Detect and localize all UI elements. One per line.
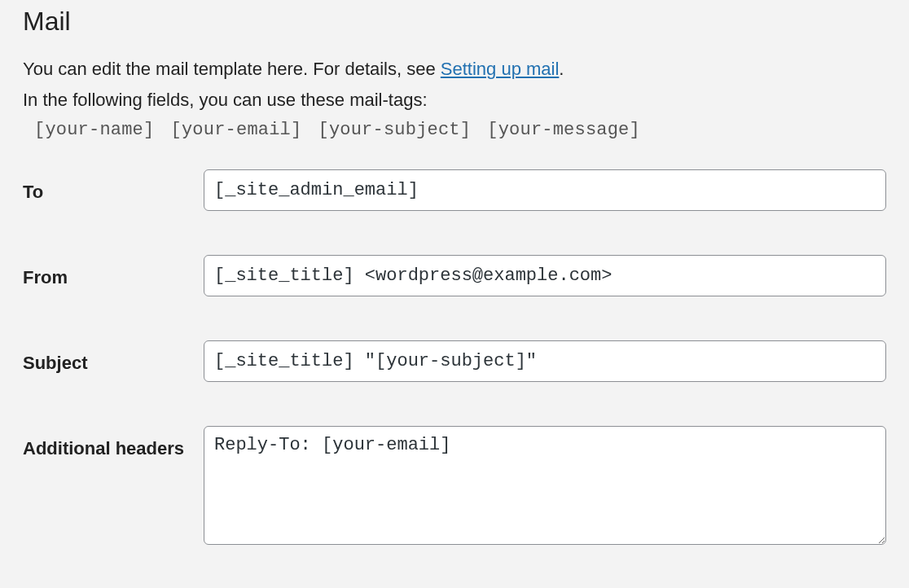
subject-label: Subject xyxy=(23,353,87,373)
intro-text-after: . xyxy=(559,59,564,79)
to-row: To xyxy=(23,169,886,211)
additional-headers-label-cell: Additional headers xyxy=(23,426,204,463)
to-input[interactable] xyxy=(204,169,886,211)
mail-tag: [your-message] xyxy=(487,120,640,140)
to-input-cell xyxy=(204,169,886,211)
from-label-cell: From xyxy=(23,255,204,292)
setup-mail-link[interactable]: Setting up mail xyxy=(441,59,560,79)
section-title: Mail xyxy=(23,7,886,37)
additional-headers-textarea[interactable] xyxy=(204,426,886,545)
subject-row: Subject xyxy=(23,340,886,382)
mail-tag: [your-email] xyxy=(171,120,302,140)
from-row: From xyxy=(23,255,886,296)
subject-input-cell xyxy=(204,340,886,382)
mail-form-table: To From Subject Additional heade xyxy=(23,169,886,550)
intro-text-before: You can edit the mail template here. For… xyxy=(23,59,441,79)
intro-line-1: You can edit the mail template here. For… xyxy=(23,56,886,82)
from-input[interactable] xyxy=(204,255,886,296)
mail-tags-list: [your-name] [your-email] [your-subject] … xyxy=(23,118,886,140)
mail-settings-panel: Mail You can edit the mail template here… xyxy=(0,0,909,569)
mail-tag: [your-subject] xyxy=(318,120,472,140)
additional-headers-input-cell xyxy=(204,426,886,550)
from-label: From xyxy=(23,267,68,287)
mail-tag: [your-name] xyxy=(34,120,154,140)
additional-headers-label: Additional headers xyxy=(23,438,184,459)
subject-label-cell: Subject xyxy=(23,340,204,377)
from-input-cell xyxy=(204,255,886,296)
additional-headers-row: Additional headers xyxy=(23,426,886,550)
to-label-cell: To xyxy=(23,169,204,206)
intro-line-2: In the following fields, you can use the… xyxy=(23,87,886,113)
subject-input[interactable] xyxy=(204,340,886,382)
to-label: To xyxy=(23,182,43,202)
